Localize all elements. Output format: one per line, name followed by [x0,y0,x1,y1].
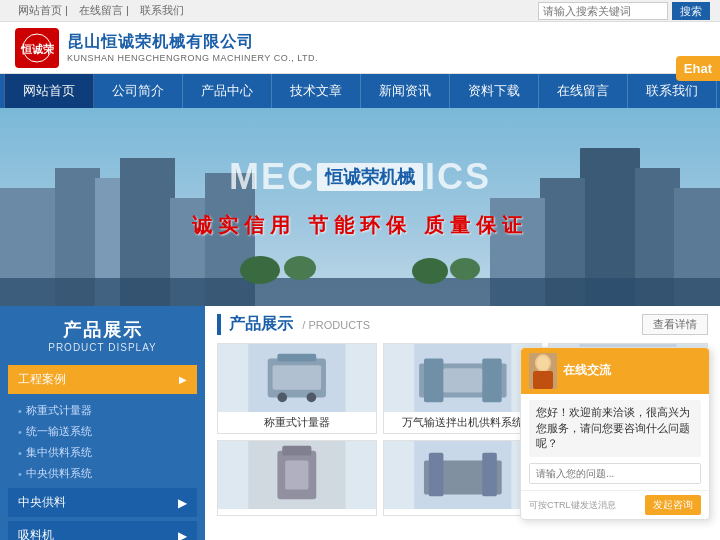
product-img-5 [384,441,542,509]
svg-point-23 [307,393,317,403]
product-img-4 [218,441,376,509]
chevron-right-icon-3: ▶ [178,529,187,541]
sidebar-section-central[interactable]: 中央供料 ▶ [8,488,197,517]
svg-rect-38 [285,460,308,489]
product-img-2 [384,344,542,412]
sidebar-sub-item-conveyor[interactable]: 统一输送系统 [8,421,197,442]
svg-rect-27 [424,359,443,403]
main-nav: 网站首页 公司简介 产品中心 技术文章 新闻资讯 资料下载 在线留言 联系我们 [0,74,720,108]
chat-message: 您好！欢迎前来洽谈，很高兴为您服务，请问您要咨询什么问题呢？ [529,400,701,457]
nav-item-tech[interactable]: 技术文章 [272,74,361,108]
logo-en: KUNSHAN HENGCHENGRONG MACHINERY CO., LTD… [67,53,318,63]
logo-area: 恒诚荣 昆山恒诚荣机械有限公司 KUNSHAN HENGCHENGRONG MA… [15,28,318,68]
message-link[interactable]: 在线留言 [79,4,123,16]
svg-rect-24 [273,365,322,389]
product-title-en: / PRODUCTS [302,319,370,331]
chat-hint: 可按CTRL键发送消息 [529,499,616,512]
logo-icon: 恒诚荣 [15,28,59,68]
product-card-4[interactable] [217,440,377,516]
search-button[interactable]: 搜索 [672,2,710,20]
chat-header-label: 在线交流 [563,362,611,379]
header: 恒诚荣 昆山恒诚荣机械有限公司 KUNSHAN HENGCHENGRONG MA… [0,22,720,74]
chat-avatar [529,353,557,389]
sidebar-title: 产品展示 PRODUCT DISPLAY [0,306,205,359]
nav-item-online[interactable]: 在线留言 [539,74,628,108]
sidebar-title-en: PRODUCT DISPLAY [0,342,205,353]
ehat-tab[interactable]: Ehat [676,56,720,81]
sidebar-label-engineering: 工程案例 [18,371,66,388]
logo-cn: 昆山恒诚荣机械有限公司 [67,32,318,53]
hero-overlay: MEC 恒诚荣机械 ICS 诚实信用 节能环保 质量保证 [0,108,720,306]
nav-item-news[interactable]: 新闻资讯 [361,74,450,108]
hero-slogan: 诚实信用 节能环保 质量保证 [192,212,527,239]
product-name-4 [218,509,376,515]
logo-text: 昆山恒诚荣机械有限公司 KUNSHAN HENGCHENGRONG MACHIN… [67,32,318,63]
sidebar-title-cn: 产品展示 [0,318,205,342]
product-card-1[interactable]: 称重式计量器 [217,343,377,434]
svg-rect-49 [533,371,553,389]
sidebar-sub-item-central2[interactable]: 中央供料系统 [8,463,197,484]
search-input[interactable] [538,2,668,20]
svg-rect-41 [428,453,443,497]
product-name-2: 万气输送拌出机供料系统 [384,412,542,433]
chat-header: 在线交流 [521,348,709,394]
svg-rect-37 [282,446,311,456]
sidebar-section-suction[interactable]: 吸料机 ▶ [8,521,197,540]
nav-item-home[interactable]: 网站首页 [4,74,94,108]
sidebar: 产品展示 PRODUCT DISPLAY 工程案例 ▶ 称重式计量器 统一输送系… [0,306,205,540]
chevron-right-icon: ▶ [179,374,187,385]
sidebar-sub-item-weighing[interactable]: 称重式计量器 [8,400,197,421]
sidebar-section-engineering[interactable]: 工程案例 ▶ [8,365,197,394]
more-button[interactable]: 查看详情 [642,314,708,335]
product-card-2[interactable]: 万气输送拌出机供料系统 [383,343,543,434]
product-title-area: 产品展示 / PRODUCTS [229,314,370,335]
contact-link[interactable]: 联系我们 [140,4,184,16]
search-bar: 搜索 [538,2,710,20]
svg-rect-21 [277,354,316,362]
svg-rect-29 [443,368,482,392]
nav-item-about[interactable]: 公司简介 [94,74,183,108]
svg-point-22 [277,393,287,403]
product-name-1: 称重式计量器 [218,412,376,433]
product-card-5[interactable] [383,440,543,516]
product-header: 产品展示 / PRODUCTS 查看详情 [217,314,708,335]
chat-input[interactable] [529,463,701,484]
product-title-cn: 产品展示 [229,315,293,332]
sidebar-sub-item-central[interactable]: 集中供料系统 [8,442,197,463]
sidebar-sub-list: 称重式计量器 统一输送系统 集中供料系统 中央供料系统 [0,400,205,484]
hero-brand: 恒诚荣机械 [317,163,423,191]
svg-text:恒诚荣: 恒诚荣 [20,43,55,55]
hero-banner: MEC 恒诚荣机械 ICS 诚实信用 节能环保 质量保证 [0,108,720,306]
chat-widget: 在线交流 您好！欢迎前来洽谈，很高兴为您服务，请问您要咨询什么问题呢？ 可按CT… [520,347,710,520]
sidebar-label-central: 中央供料 [18,494,66,511]
svg-point-50 [537,356,549,370]
top-bar-links[interactable]: 网站首页 | 在线留言 | 联系我们 [10,3,184,18]
chat-body: 您好！欢迎前来洽谈，很高兴为您服务，请问您要咨询什么问题呢？ [521,394,709,490]
product-name-5 [384,509,542,515]
svg-rect-28 [482,359,501,403]
sidebar-label-suction: 吸料机 [18,527,54,540]
send-button[interactable]: 发起咨询 [645,495,701,515]
nav-item-products[interactable]: 产品中心 [183,74,272,108]
chat-footer: 可按CTRL键发送消息 发起咨询 [521,490,709,519]
nav-item-download[interactable]: 资料下载 [450,74,539,108]
svg-rect-42 [482,453,497,497]
home-link[interactable]: 网站首页 [18,4,62,16]
product-img-1 [218,344,376,412]
top-bar: 网站首页 | 在线留言 | 联系我们 搜索 [0,0,720,22]
chevron-right-icon-2: ▶ [178,496,187,510]
